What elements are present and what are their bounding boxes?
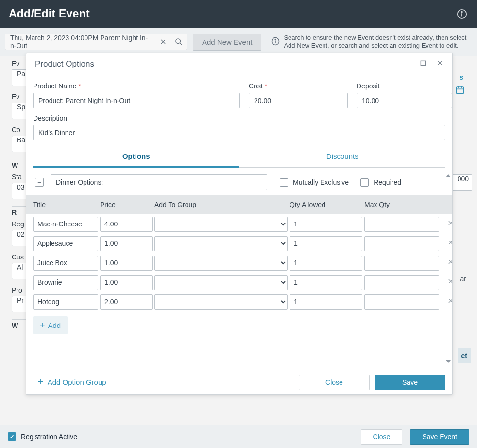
checkbox-label: Required — [374, 178, 401, 186]
option-group-select[interactable] — [154, 236, 288, 251]
description-label: Description — [33, 114, 445, 122]
plus-icon: + — [40, 320, 45, 330]
option-max-input[interactable] — [364, 256, 439, 271]
scroll-up-icon[interactable] — [446, 174, 451, 177]
option-price-input[interactable] — [100, 217, 153, 232]
bg-text: ar — [460, 275, 466, 283]
maximize-icon[interactable] — [420, 59, 426, 69]
modal-save-button[interactable]: Save — [375, 375, 445, 390]
option-row — [26, 214, 452, 234]
checkbox-icon — [8, 432, 16, 441]
svg-rect-14 — [421, 61, 425, 65]
option-qty-input[interactable] — [290, 256, 362, 271]
svg-point-2 — [461, 11, 462, 12]
option-title-input[interactable] — [33, 217, 98, 232]
modal-header: Product Options — [26, 53, 452, 75]
option-price-input[interactable] — [100, 294, 153, 310]
mutually-exclusive-checkbox[interactable]: Mutually Exclusive — [280, 178, 349, 187]
toolbar-info-text: Search to ensure the new Event doesn't e… — [284, 34, 468, 50]
cost-input[interactable] — [249, 93, 348, 108]
option-qty-input[interactable] — [290, 236, 362, 251]
option-group-select[interactable] — [154, 256, 288, 271]
option-group-name-input[interactable] — [51, 174, 267, 190]
option-group-select[interactable] — [154, 275, 288, 290]
option-price-input[interactable] — [100, 256, 153, 271]
col-title: Title — [33, 201, 98, 208]
col-group: Add To Group — [154, 201, 288, 208]
plus-icon: + — [38, 377, 44, 388]
add-option-group-button[interactable]: + Add Option Group — [33, 374, 111, 391]
options-rows — [26, 214, 452, 311]
option-row — [26, 234, 452, 253]
search-value: Thu, March 2, 2023 04:00PM Parent Night … — [5, 34, 155, 50]
option-max-input[interactable] — [364, 236, 439, 251]
modal-footer: + Add Option Group Close Save — [26, 370, 452, 394]
col-max: Max Qty — [364, 201, 439, 208]
tab-discounts[interactable]: Discounts — [239, 146, 446, 167]
deposit-label: Deposit — [357, 82, 452, 90]
modal-close-button[interactable]: Close — [299, 375, 370, 390]
option-row — [26, 273, 452, 292]
search-icon[interactable] — [171, 34, 187, 50]
checkbox-icon — [360, 178, 369, 187]
option-row — [26, 292, 452, 311]
collapse-icon[interactable]: − — [35, 178, 44, 187]
registration-active-label: Registration Active — [21, 433, 77, 441]
add-option-button[interactable]: + Add — [33, 316, 68, 334]
product-name-label: Product Name * — [33, 82, 240, 90]
bg-button-fragment[interactable]: ct — [458, 348, 471, 363]
modal-tabs: Options Discounts — [33, 146, 445, 168]
option-price-input[interactable] — [100, 236, 153, 251]
option-qty-input[interactable] — [290, 217, 362, 232]
option-title-input[interactable] — [33, 236, 98, 251]
save-event-button[interactable]: Save Event — [410, 429, 469, 445]
option-title-input[interactable] — [33, 294, 98, 310]
add-option-group-label: Add Option Group — [48, 378, 106, 386]
option-row — [26, 253, 452, 273]
close-icon[interactable] — [436, 59, 443, 69]
required-checkbox[interactable]: Required — [360, 178, 401, 187]
option-qty-input[interactable] — [290, 275, 362, 290]
registration-active-checkbox[interactable]: Registration Active — [8, 432, 77, 441]
option-qty-input[interactable] — [290, 294, 362, 310]
description-input[interactable] — [33, 125, 445, 140]
add-new-event-button[interactable]: Add New Event — [193, 34, 261, 51]
option-group-select[interactable] — [154, 294, 288, 310]
option-max-input[interactable] — [364, 294, 439, 310]
event-search[interactable]: Thu, March 2, 2023 04:00PM Parent Night … — [5, 34, 187, 50]
options-grid-header: Title Price Add To Group Qty Allowed Max… — [26, 195, 452, 214]
svg-rect-10 — [457, 87, 464, 93]
option-title-input[interactable] — [33, 256, 98, 271]
calendar-icon[interactable] — [455, 85, 465, 96]
product-options-modal: Product Options Product Name * Cost * — [26, 53, 453, 395]
option-max-input[interactable] — [364, 217, 439, 232]
toolbar-info: Search to ensure the new Event doesn't e… — [267, 34, 472, 50]
deposit-input[interactable] — [357, 93, 452, 108]
calendar-right-label: s — [460, 73, 463, 81]
option-price-input[interactable] — [100, 275, 153, 290]
page-header: Add/Edit Event — [0, 0, 477, 28]
checkbox-label: Mutually Exclusive — [293, 178, 349, 186]
option-group-select[interactable] — [154, 217, 288, 232]
options-area: − Mutually Exclusive Required Title Pric… — [26, 168, 452, 370]
col-price: Price — [100, 201, 153, 208]
info-icon[interactable] — [456, 8, 468, 20]
add-option-label: Add — [48, 321, 61, 329]
info-icon — [271, 37, 280, 47]
clear-icon[interactable] — [155, 34, 171, 50]
tab-options[interactable]: Options — [33, 146, 239, 168]
option-title-input[interactable] — [33, 275, 98, 290]
option-group-header: − Mutually Exclusive Required — [26, 168, 452, 195]
checkbox-icon — [280, 178, 288, 187]
scroll-down-icon[interactable] — [446, 360, 451, 363]
close-button[interactable]: Close — [361, 429, 403, 445]
option-max-input[interactable] — [364, 275, 439, 290]
bg-guest-count[interactable]: 000 — [452, 174, 472, 191]
cost-label: Cost * — [249, 82, 348, 90]
product-name-input[interactable] — [33, 93, 240, 108]
modal-title: Product Options — [35, 59, 94, 69]
col-qty: Qty Allowed — [290, 201, 362, 208]
svg-point-5 — [176, 39, 180, 43]
scrollbar[interactable] — [445, 172, 452, 365]
page-footer: Registration Active Close Save Event — [0, 425, 477, 448]
